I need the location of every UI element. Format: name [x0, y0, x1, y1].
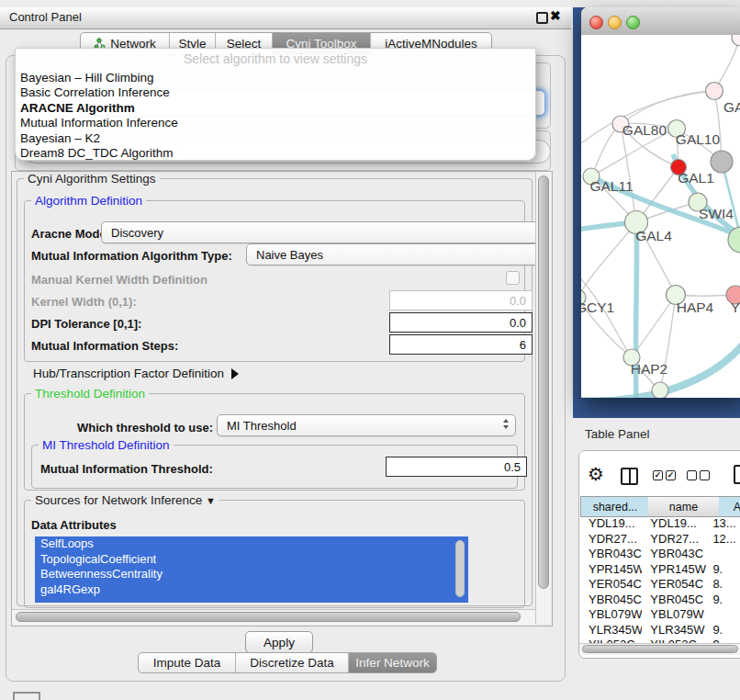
table-cell [706, 547, 740, 562]
which-threshold-combo[interactable]: MI Threshold [217, 414, 516, 436]
node-pink-top[interactable] [706, 83, 723, 100]
column-header-label: shared... [593, 501, 638, 514]
hub-definition-toggle[interactable]: Hub/Transcription Factor Definition [33, 367, 239, 380]
which-threshold-value: MI Threshold [227, 419, 297, 433]
table-row[interactable]: YLR345WYLR345W9. [580, 623, 740, 638]
network-node-label: GAL11 [589, 178, 633, 194]
minimize-window-icon[interactable] [608, 16, 622, 29]
table-cell: YDL19... [580, 516, 642, 532]
network-graph: GALGAL80GAL10GAL1GAL11SWI4GAL4GCY1HAP4YH… [581, 35, 740, 398]
table-row[interactable]: YPR145WYPR145W9. [580, 562, 740, 578]
mi-threshold-field[interactable]: 0.5 [386, 457, 527, 477]
table-row[interactable]: YBR045CYBR045C9. [580, 593, 740, 608]
algorithm-definition-title: Algorithm Definition [31, 194, 146, 208]
apply-button[interactable]: Apply [245, 631, 313, 653]
algorithm-option[interactable]: Basic Correlation Inference [16, 85, 535, 100]
checked-box-icon: ✓ [653, 470, 663, 480]
threshold-definition-title: Threshold Definition [31, 387, 149, 401]
dropdown-placeholder: Select algorithm to view settings [16, 49, 535, 71]
attribute-item-selected[interactable]: SelfLoops [35, 536, 468, 552]
table-row[interactable]: YBR043CYBR043C [580, 547, 740, 562]
table-hscrollbar-thumb[interactable] [582, 645, 738, 653]
table-row[interactable]: YDR27...YDR27...12... [580, 532, 740, 548]
network-canvas[interactable]: GALGAL80GAL10GAL1GAL11SWI4GAL4GCY1HAP4YH… [581, 35, 740, 398]
table-cell [706, 607, 740, 623]
float-panel-icon[interactable] [536, 12, 548, 24]
table-cell: 8. [706, 577, 740, 593]
attributes-scrollbar-thumb[interactable] [455, 540, 465, 597]
table-row[interactable]: YDL19...YDL19...13... [580, 516, 740, 532]
network-window-titlebar[interactable] [581, 7, 740, 36]
table-panel-title: Table Panel [585, 427, 650, 441]
mi-threshold-definition-title: MI Threshold Definition [39, 438, 174, 452]
table-cell: YBR043C [580, 547, 642, 562]
partial-icon-bottom-left[interactable] [13, 692, 40, 700]
unchecked-box-icon [700, 470, 710, 480]
hub-definition-label: Hub/Transcription Factor Definition [33, 367, 224, 380]
close-window-icon[interactable] [589, 16, 603, 29]
node-bottom-partial[interactable] [652, 382, 668, 398]
bottom-tab-infer-network[interactable]: Infer Network [349, 653, 436, 672]
zoom-window-icon[interactable] [626, 16, 640, 29]
table-row[interactable]: YBL079WYBL079W [580, 607, 740, 623]
bottom-tab-impute-data[interactable]: Impute Data [139, 653, 236, 672]
settings-vscrollbar-thumb[interactable] [538, 175, 549, 589]
attribute-item-selected[interactable]: gal4RGexp [35, 582, 468, 598]
table-cell: YBR043C [642, 547, 706, 562]
table-cell: 9. [706, 623, 740, 638]
algorithm-option[interactable]: Bayesian – Hill Climbing [16, 71, 535, 85]
algorithm-option[interactable]: Bayesian – K2 [16, 131, 535, 146]
data-attributes-list[interactable]: SelfLoopsTopologicalCoefficientBetweenne… [35, 536, 468, 603]
column-header-partial[interactable]: A [719, 496, 740, 517]
network-node-label: HAP2 [631, 361, 668, 377]
algorithm-option[interactable]: Dream8 DC_TDC Algorithm [16, 146, 535, 161]
select-all-checkboxes-icon[interactable]: ✓ ✓ [653, 470, 676, 480]
sources-title-label: Sources for Network Inference [35, 493, 202, 507]
mi-type-combo[interactable]: Naive Bayes [246, 243, 551, 265]
algorithm-option[interactable]: ARACNE Algorithm [16, 101, 535, 116]
manual-kernel-checkbox[interactable] [506, 271, 520, 285]
node-top-partial[interactable] [732, 35, 740, 46]
network-node-label: GAL4 [635, 228, 672, 243]
network-edge [581, 274, 632, 357]
mi-type-value: Naive Bayes [256, 248, 323, 262]
column-header-name[interactable]: name [648, 496, 720, 517]
dpi-tolerance-field[interactable]: 0.0 [389, 312, 533, 333]
close-panel-icon[interactable]: ✖ [550, 8, 561, 23]
attribute-item-selected[interactable]: TopologicalCoefficient [35, 552, 468, 568]
tab-label: Impute Data [153, 656, 221, 670]
network-node-label: GAL80 [622, 122, 667, 138]
data-attributes-label: Data Attributes [31, 518, 117, 532]
table-cell: YBL079W [642, 607, 706, 623]
bottom-tab-discretize-data[interactable]: Discretize Data [236, 653, 349, 672]
column-header-label: name [669, 501, 698, 514]
table-settings-gear-icon[interactable]: ⚙ [588, 465, 604, 483]
split-columns-icon[interactable] [621, 468, 638, 485]
table-cell: YPR145W [642, 562, 706, 578]
network-edge [621, 91, 714, 124]
network-node-label: GAL [723, 99, 740, 115]
network-node-label: HAP4 [677, 299, 714, 315]
deselect-all-checkboxes-icon[interactable] [687, 470, 710, 480]
table-cell: YPR145W [580, 562, 642, 578]
aracne-mode-combo[interactable]: Discovery [101, 221, 551, 243]
mi-steps-label: Mutual Information Steps: [31, 339, 178, 353]
settings-hscrollbar-thumb[interactable] [16, 612, 521, 622]
network-view-window[interactable]: GALGAL80GAL10GAL1GAL11SWI4GAL4GCY1HAP4YH… [581, 7, 740, 398]
unchecked-box-icon [687, 470, 697, 480]
mi-threshold-label: Mutual Information Threshold: [40, 462, 213, 476]
table-sheet-icon[interactable] [734, 465, 740, 484]
kernel-width-field[interactable]: 0.0 [389, 290, 533, 310]
collapsed-arrow-icon [231, 368, 239, 379]
table-body: YDL19...YDL19...13...YDR27...YDR27...12.… [580, 516, 740, 643]
table-cell: YER054C [642, 577, 706, 593]
table-cell: 9. [706, 593, 740, 608]
sources-title[interactable]: Sources for Network Inference ▼ [31, 493, 219, 507]
algorithm-option[interactable]: Mutual Information Inference [16, 116, 535, 130]
table-row[interactable]: YER054CYER054C8. [580, 577, 740, 593]
mi-steps-field[interactable]: 6 [389, 334, 533, 355]
column-header-shared-name[interactable]: shared... [580, 496, 650, 517]
attribute-item-selected[interactable]: BetweennessCentrality [35, 567, 468, 582]
tab-label: Infer Network [355, 656, 429, 670]
table-cell: YLR345W [580, 623, 642, 638]
